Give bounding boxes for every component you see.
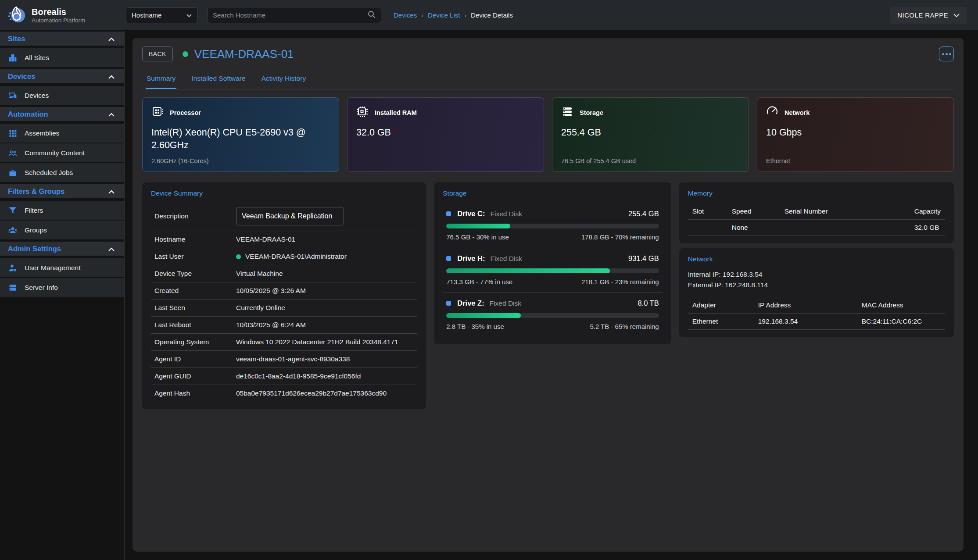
sidebar-item-assemblies[interactable]: Assemblies — [0, 124, 124, 143]
card-subtitle: Ethernet — [766, 157, 790, 164]
drive-h-row: Drive H: Fixed Disk 931.4 GB 713.3 GB - … — [443, 248, 662, 293]
breadcrumb-separator: › — [464, 12, 466, 19]
sidebar-section-admin-settings[interactable]: Admin Settings — [0, 242, 124, 256]
user-menu-button[interactable]: NICOLE RAPPE — [890, 7, 967, 24]
memory-table-row: None 32.0 GB — [688, 219, 945, 236]
summary-row-last-reboot: Last Reboot 10/03/2025 @ 6:24 AM — [151, 317, 417, 334]
section-label: Sites — [8, 35, 25, 43]
section-label: Admin Settings — [8, 245, 61, 253]
internal-ip: Internal IP: 192.168.3.54 — [688, 269, 945, 280]
device-title: VEEAM-DRAAS-01 — [194, 47, 294, 61]
drive-usage-bar — [446, 268, 659, 273]
tab-summary[interactable]: Summary — [146, 72, 176, 89]
sidebar-item-label: Scheduled Jobs — [25, 169, 73, 177]
sidebar-section-sites[interactable]: Sites — [0, 32, 124, 46]
device-header: BACK VEEAM-DRAAS-01 — [142, 46, 954, 61]
card-label: Network — [785, 109, 810, 116]
breadcrumb-device-details: Device Details — [471, 11, 513, 19]
chevron-down-icon — [186, 11, 192, 19]
briefcase-icon — [8, 168, 18, 177]
summary-row-operating-system: Operating System Windows 10 2022 Datacen… — [151, 334, 417, 351]
sidebar-item-label: All Sites — [25, 54, 49, 62]
hostname-filter-select[interactable]: Hostname — [126, 7, 197, 23]
tab-installed-software[interactable]: Installed Software — [190, 72, 246, 89]
summary-row-agent-guid: Agent GUID de16c0c1-8aa2-4d18-9585-9ce91… — [151, 368, 417, 385]
online-status-dot — [183, 51, 188, 57]
row-label: Description — [154, 212, 236, 220]
summary-row-last-seen: Last Seen Currently Online — [151, 300, 417, 317]
panel-title: Network — [688, 255, 945, 263]
chevron-up-icon — [108, 245, 115, 253]
device-summary-panel: Device Summary Description Hostname VEEA… — [142, 182, 426, 409]
brand-tagline: Automation Platform — [32, 17, 85, 24]
drive-c-row: Drive C: Fixed Disk 255.4 GB 76.5 GB - 3… — [443, 203, 662, 248]
sidebar-section-devices[interactable]: Devices — [0, 69, 124, 83]
card-label: Installed RAM — [375, 109, 417, 116]
section-label: Filters & Groups — [8, 187, 64, 196]
summary-row-hostname: Hostname VEEAM-DRAAS-01 — [151, 231, 417, 248]
sidebar-item-user-management[interactable]: User Management — [0, 258, 124, 277]
summary-row-last-user: Last User VEEAM-DRAAS-01\Administrator — [151, 248, 417, 265]
stat-cards: Processor Intel(R) Xeon(R) CPU E5-2690 v… — [142, 97, 954, 172]
drive-remaining-text: 218.1 GB - 23% remaining — [581, 278, 659, 285]
drive-used-text: 76.5 GB - 30% in use — [446, 233, 509, 241]
network-panel: Network Internal IP: 192.168.3.54 Extern… — [679, 248, 954, 337]
storage-card: Storage 255.4 GB 76.5 GB of 255.4 GB use… — [552, 97, 749, 172]
sidebar-item-server-info[interactable]: Server Info — [0, 278, 124, 297]
user-name: NICOLE RAPPE — [897, 11, 948, 19]
sidebar-item-all-sites[interactable]: All Sites — [0, 48, 124, 67]
back-button[interactable]: BACK — [142, 46, 173, 61]
drive-usage-bar — [446, 224, 659, 228]
drive-bullet-icon — [446, 301, 451, 306]
sidebar-item-groups[interactable]: Groups — [0, 221, 124, 239]
people-icon — [8, 149, 18, 157]
server-icon — [8, 283, 18, 292]
chevron-up-icon — [108, 72, 115, 81]
app-root: Borealis Automation Platform Hostname De… — [0, 0, 978, 560]
breadcrumb-devices[interactable]: Devices — [394, 11, 417, 19]
installed-ram-card: Installed RAM 32.0 GB — [347, 97, 544, 172]
filter-selected-value: Hostname — [132, 11, 161, 19]
building-icon — [8, 54, 18, 62]
drive-bullet-icon — [446, 256, 451, 261]
online-status-dot — [236, 254, 241, 259]
search-input[interactable] — [213, 11, 368, 19]
drive-used-text: 713.3 GB - 77% in use — [446, 278, 512, 285]
breadcrumb: Devices › Device List › Device Details — [394, 11, 513, 19]
search-icon[interactable] — [368, 11, 376, 20]
card-value: 10 Gbps — [766, 126, 945, 139]
sidebar-section-filters-groups[interactable]: Filters & Groups — [0, 184, 124, 198]
card-value: Intel(R) Xeon(R) CPU E5-2690 v3 @ 2.60GH… — [151, 126, 330, 152]
sidebar-item-label: Server Info — [25, 284, 58, 292]
processor-card: Processor Intel(R) Xeon(R) CPU E5-2690 v… — [142, 97, 339, 172]
breadcrumb-device-list[interactable]: Device List — [428, 11, 460, 19]
drive-remaining-text: 5.2 TB - 65% remaining — [590, 323, 659, 330]
section-label: Devices — [8, 72, 35, 81]
storage-panel: Storage Drive C: Fixed Disk 255.4 GB 76.… — [434, 182, 671, 344]
sidebar-item-label: User Management — [25, 264, 81, 272]
groups-icon — [8, 226, 18, 235]
network-adapter-table: Adapter IP Address MAC Address Ethernet … — [688, 297, 945, 330]
section-label: Automation — [8, 110, 48, 118]
card-value: 32.0 GB — [356, 126, 535, 139]
gauge-icon — [766, 106, 778, 119]
sidebar-item-community-content[interactable]: Community Content — [0, 143, 124, 162]
card-subtitle: 76.5 GB of 255.4 GB used — [561, 157, 636, 164]
drive-usage-bar — [446, 313, 659, 318]
sidebar-item-scheduled-jobs[interactable]: Scheduled Jobs — [0, 163, 124, 182]
card-subtitle: 2.60GHz (16-Cores) — [151, 157, 209, 164]
more-actions-button[interactable] — [939, 46, 954, 61]
sidebar-item-label: Assemblies — [25, 129, 59, 137]
sidebar: Sites All Sites Devices Devices Automati… — [0, 31, 125, 560]
memory-table-header: Slot Speed Serial Number Capacity — [688, 203, 945, 219]
sidebar-item-devices[interactable]: Devices — [0, 86, 124, 105]
top-bar: Borealis Automation Platform Hostname De… — [0, 0, 978, 31]
tab-activity-history[interactable]: Activity History — [261, 72, 307, 89]
sidebar-section-automation[interactable]: Automation — [0, 107, 124, 121]
drive-remaining-text: 178.8 GB - 70% remaining — [581, 233, 659, 241]
grid-icon — [8, 129, 18, 138]
sidebar-item-filters[interactable]: Filters — [0, 201, 124, 220]
sidebar-item-label: Community Content — [25, 149, 85, 157]
summary-row-agent-hash: Agent Hash 05ba0e7935171d626ecea29b27d7a… — [151, 385, 417, 402]
description-input[interactable] — [236, 207, 344, 225]
